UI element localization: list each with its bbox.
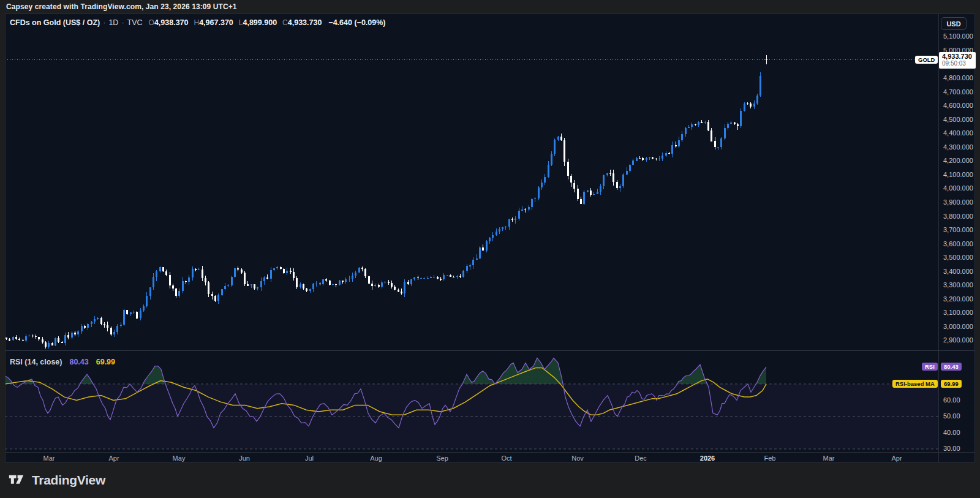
price-axis-label: 3,100.000 xyxy=(943,309,973,316)
change-value: −4.640 (−0.09%) xyxy=(328,18,385,27)
exchange-label: TVC xyxy=(127,18,143,27)
snapshot-title: Capsey created with TradingView.com, Jan… xyxy=(6,2,237,11)
interval-label[interactable]: 1D xyxy=(108,18,118,27)
price-axis-label: 3,700.000 xyxy=(943,226,973,233)
price-axis-label: 4,600.000 xyxy=(943,102,973,109)
price-axis-label: 3,900.000 xyxy=(943,198,973,206)
rsi-axis-label: 60.00 xyxy=(943,396,960,404)
current-price-value: 4,933.730 xyxy=(942,53,976,60)
time-axis-label-jun: Jun xyxy=(239,455,250,462)
rsi-ma-current-value: 69.99 xyxy=(96,358,115,366)
time-axis-label-nov: Nov xyxy=(571,455,584,462)
time-axis-label-may: May xyxy=(173,455,186,462)
time-axis-label-2026: 2026 xyxy=(700,455,715,462)
price-axis-label: 3,500.000 xyxy=(943,254,973,261)
time-axis-label-sep: Sep xyxy=(436,455,448,462)
footer: TradingView xyxy=(0,462,980,498)
symbol-title[interactable]: CFDs on Gold (US$ / OZ) xyxy=(10,18,100,27)
rsi-value-badge: 80.43 xyxy=(941,363,962,371)
time-axis-label-mar: Mar xyxy=(43,455,55,462)
tradingview-snapshot: Capsey created with TradingView.com, Jan… xyxy=(0,0,980,498)
price-axis-label: 4,300.000 xyxy=(943,143,973,151)
time-axis-label-dec: Dec xyxy=(635,455,647,462)
time-axis-label-apr: Apr xyxy=(891,455,902,462)
price-axis-label: 3,000.000 xyxy=(943,323,973,330)
rsi-ma-series-tag: RSI-based MA xyxy=(892,380,938,388)
price-axis-label: 3,300.000 xyxy=(943,281,973,289)
chart-canvas[interactable] xyxy=(0,0,980,498)
symbol-price-tag: GOLD xyxy=(915,56,938,64)
time-axis-label-aug: Aug xyxy=(370,455,382,462)
rsi-current-value: 80.43 xyxy=(69,358,88,366)
rsi-legend[interactable]: RSI (14, close) 80.43 69.99 xyxy=(10,358,115,366)
rsi-series-tag: RSI xyxy=(922,363,938,371)
snapshot-title-bar: Capsey created with TradingView.com, Jan… xyxy=(0,0,980,13)
legend-separator: · xyxy=(121,18,124,27)
time-axis-label-feb: Feb xyxy=(764,455,776,462)
ohlc-o: O4,938.370 xyxy=(149,18,189,27)
rsi-title[interactable]: RSI (14, close) xyxy=(10,358,62,366)
price-axis-label: 3,200.000 xyxy=(943,295,973,303)
price-axis-label: 4,100.000 xyxy=(943,171,973,178)
price-axis-label: 4,700.000 xyxy=(943,88,973,96)
time-axis-label-apr: Apr xyxy=(108,455,119,462)
price-axis-label: 4,200.000 xyxy=(943,157,973,164)
price-axis-label: 4,500.000 xyxy=(943,116,973,123)
tradingview-logo-icon[interactable] xyxy=(9,473,27,488)
price-axis-label: 3,400.000 xyxy=(943,268,973,275)
price-axis-label: 4,800.000 xyxy=(943,74,973,81)
currency-toggle-button[interactable]: USD xyxy=(941,17,967,30)
rsi-axis-label: 40.00 xyxy=(943,429,960,436)
price-axis-label: 3,600.000 xyxy=(943,240,973,247)
bar-countdown: 09:50:03 xyxy=(942,60,976,67)
legend-separator: · xyxy=(103,18,105,27)
rsi-axis-label: 50.00 xyxy=(943,412,960,420)
price-axis-label: 3,800.000 xyxy=(943,213,973,220)
symbol-legend[interactable]: CFDs on Gold (US$ / OZ) · 1D · TVC O4,93… xyxy=(10,18,385,27)
tradingview-wordmark[interactable]: TradingView xyxy=(32,473,105,488)
price-axis-label: 2,900.000 xyxy=(943,336,973,344)
rsi-axis-label: 30.00 xyxy=(943,445,960,452)
price-axis-label: 4,400.000 xyxy=(943,129,973,137)
time-axis-label-oct: Oct xyxy=(501,455,511,462)
ohlc-h: H4,967.370 xyxy=(194,18,233,27)
price-axis-label: 4,000.000 xyxy=(943,184,973,192)
time-axis-label-jul: Jul xyxy=(305,455,314,462)
price-axis-label: 5,100.000 xyxy=(943,32,973,40)
ohlc-values: O4,938.370H4,967.370L4,899.900C4,933.730 xyxy=(149,18,328,27)
time-axis-label-mar: Mar xyxy=(823,455,835,462)
current-price-label: 4,933.730 09:50:03 xyxy=(939,52,976,69)
ohlc-c: C4,933.730 xyxy=(282,18,322,27)
rsi-ma-value-badge: 69.99 xyxy=(941,380,962,388)
ohlc-l: L4,899.900 xyxy=(239,18,277,27)
